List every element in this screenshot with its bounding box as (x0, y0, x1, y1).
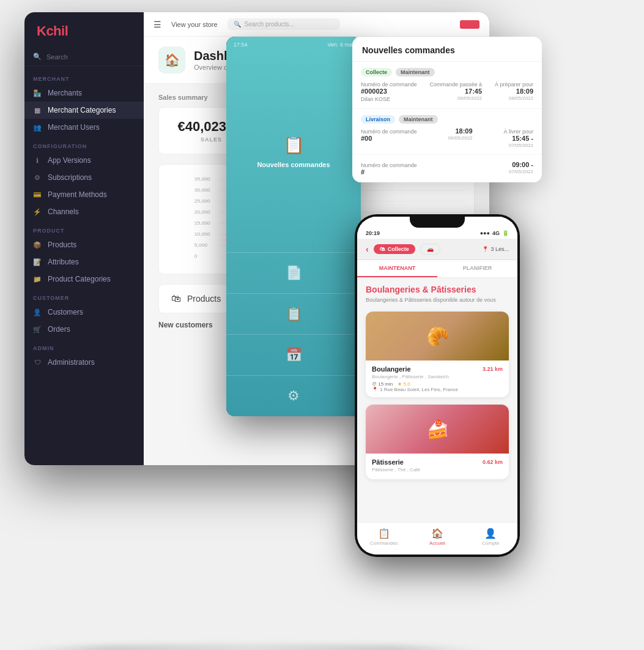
phone-nav-accueil[interactable]: 🏠 Accueil (410, 528, 464, 546)
sidebar-item-attributes[interactable]: 📝 Attributes (24, 253, 144, 271)
svg-text:15,000: 15,000 (194, 221, 211, 226)
section-label-merchant: MERCHANT (24, 69, 144, 84)
laptop-base (12, 644, 489, 650)
commande-num-3: # (361, 168, 417, 176)
sidebar-item-products[interactable]: 📦 Products (24, 236, 144, 253)
tablet-settings-icon: ⚙ (287, 388, 300, 404)
bakery-emoji-icon: 🥐 (426, 326, 449, 347)
svg-text:30,000: 30,000 (194, 188, 211, 193)
sidebar-item-subscriptions-label: Subscriptions (48, 173, 92, 182)
commande-details-3: Numéro de commande # 09:00 - 07/05/2022 (361, 161, 533, 176)
sidebar-item-payment-methods[interactable]: 💳 Payment Methods (24, 186, 144, 203)
product-categories-icon: 📁 (33, 275, 42, 283)
hamburger-icon[interactable]: ☰ (154, 20, 161, 29)
merchant-users-icon: 👥 (33, 123, 42, 132)
phone-notch (410, 214, 465, 228)
sidebar-item-channels[interactable]: ⚡ Channels (24, 203, 144, 220)
badge-collecte: Collecte (361, 68, 392, 77)
topbar-search-icon: 🔍 (234, 21, 241, 28)
nav-commandes-label: Commandes (370, 540, 398, 546)
topbar: ☰ View your store 🔍 Search products... (144, 12, 489, 37)
sidebar-item-orders[interactable]: 🛒 Orders (24, 321, 144, 338)
sidebar-item-merchant-users[interactable]: 👥 Merchant Users (24, 119, 144, 136)
phone-car-badge[interactable]: 🚗 (420, 244, 440, 255)
commande-deliver-time-2: 15:45 - (503, 135, 533, 142)
topbar-search-placeholder: Search products... (245, 21, 294, 28)
commande-meta-label-1: Numéro de commande (361, 81, 417, 88)
pastry-emoji-icon: 🍰 (426, 419, 449, 440)
commande-name-1: Dilan KOSE (361, 96, 417, 102)
phone-time: 20:19 (366, 230, 380, 236)
phone-store-card-boulangerie[interactable]: 🥐 Boulangerie 3.21 km Boulangerie , Pâti… (366, 312, 509, 397)
payment-methods-icon: 💳 (33, 190, 42, 199)
commande-date-3: 07/05/2022 (509, 169, 533, 174)
phone-nav-commandes[interactable]: 📋 Commandes (357, 528, 410, 546)
sidebar-search-container[interactable]: 🔍 (24, 48, 144, 66)
administrators-icon: 🛡 (33, 358, 42, 367)
tab-planifier[interactable]: PLANIFIER (437, 260, 517, 277)
store-rating-boulangerie: ★ 5.0 (398, 381, 410, 387)
search-icon: 🔍 (33, 53, 42, 61)
subscriptions-icon: ⚙ (33, 173, 42, 182)
commande-date-1: 06/05/2022 (429, 95, 482, 101)
store-image-patisserie: 🍰 (366, 405, 509, 454)
battery-icon: 🔋 (502, 230, 509, 236)
tablet-screen: 17:54 Ven. 6 mai 📋 Nouvelles commandes 📄… (226, 37, 361, 416)
commande-row-3: Numéro de commande # 09:00 - 07/05/2022 (352, 155, 542, 182)
sidebar-item-merchant-categories-label: Merchant Categories (48, 106, 116, 114)
phone-store-card-patisserie[interactable]: 🍰 Pâtisserie 0.62 km Pâtisserie , Thé , … (366, 405, 509, 479)
commande-time-3: 09:00 - (509, 161, 533, 168)
sidebar-item-customers[interactable]: 👤 Customers (24, 304, 144, 321)
phone-collecte-badge[interactable]: 🛍 Collecte (374, 244, 415, 254)
store-dist-boulangerie: 3.21 km (483, 366, 503, 372)
sidebar: Κchil 🔍 MERCHANT 🏪 Merchants ▦ Merchant … (24, 12, 144, 465)
commandes-panel: Nouvelles commandes Collecte Maintenant … (352, 37, 542, 182)
section-label-configuration: CONFIGURATION (24, 136, 144, 152)
merchants-icon: 🏪 (33, 89, 42, 97)
collecte-label: Collecte (388, 246, 409, 252)
tablet-arrow[interactable]: ‹ (225, 232, 229, 246)
sidebar-item-app-versions-label: App Versions (48, 156, 91, 165)
sidebar-logo: Κchil (24, 12, 144, 48)
phone-screen: 20:19 ●●● 4G 🔋 ‹ 🛍 Collecte 🚗 📍 3 Les... (357, 217, 517, 555)
nouvelles-commandes-panel: 📋 Nouvelles commandes (226, 50, 361, 252)
sidebar-item-merchants-label: Merchants (48, 89, 82, 97)
sidebar-item-merchant-categories[interactable]: ▦ Merchant Categories (24, 102, 144, 119)
tablet-orders-list-icon: 📋 (286, 306, 302, 322)
tablet-orders-icon: 📋 (283, 135, 305, 155)
channels-icon: ⚡ (33, 207, 42, 216)
tablet-date: Ven. 6 mai (327, 42, 353, 48)
badge-maintenant-2: Maintenant (399, 115, 438, 124)
sidebar-item-products-label: Products (48, 241, 76, 249)
sidebar-item-administrators-label: Administrators (48, 358, 95, 367)
products-button-label: Products (187, 294, 221, 304)
svg-text:10,000: 10,000 (194, 232, 211, 237)
nav-commandes-icon: 📋 (378, 528, 390, 539)
commande-deliver-date-2: 07/05/2022 (503, 143, 533, 148)
store-header-boulangerie: Boulangerie 3.21 km (372, 365, 503, 373)
view-store-link[interactable]: View your store (171, 21, 218, 28)
commande-row-1: Collecte Maintenant Numéro de commande #… (352, 62, 542, 109)
sidebar-item-administrators[interactable]: 🛡 Administrators (24, 354, 144, 371)
signal-icon: ●●● (480, 230, 490, 236)
phone-back-button[interactable]: ‹ (366, 244, 369, 254)
search-input[interactable] (46, 53, 135, 61)
sidebar-item-merchants[interactable]: 🏪 Merchants (24, 84, 144, 102)
commande-num-1: #000023 (361, 88, 417, 95)
products-icon: 📦 (33, 241, 42, 249)
topbar-search[interactable]: 🔍 Search products... (228, 18, 340, 30)
commande-deliver-date-1: 08/05/2022 (495, 95, 533, 101)
sidebar-item-product-categories[interactable]: 📁 Product Categories (24, 271, 144, 288)
tablet-menu-item-3[interactable]: 📅 (226, 334, 361, 375)
tab-maintenant[interactable]: MAINTENANT (357, 260, 437, 277)
sidebar-item-product-categories-label: Product Categories (48, 275, 111, 283)
sidebar-item-app-versions[interactable]: ℹ App Versions (24, 152, 144, 169)
phone-nav-compte[interactable]: 👤 Compte (464, 528, 517, 546)
tablet-menu-item-4[interactable]: ⚙ (226, 375, 361, 416)
tablet-menu-item-1[interactable]: 📄 (226, 252, 361, 293)
tablet-menu-item-2[interactable]: 📋 (226, 293, 361, 334)
sidebar-item-subscriptions[interactable]: ⚙ Subscriptions (24, 169, 144, 186)
phone-location[interactable]: 📍 3 Les... (482, 246, 509, 252)
store-time-boulangerie: ⏱ 15 min (372, 381, 393, 387)
commandes-panel-title: Nouvelles commandes (352, 37, 542, 62)
